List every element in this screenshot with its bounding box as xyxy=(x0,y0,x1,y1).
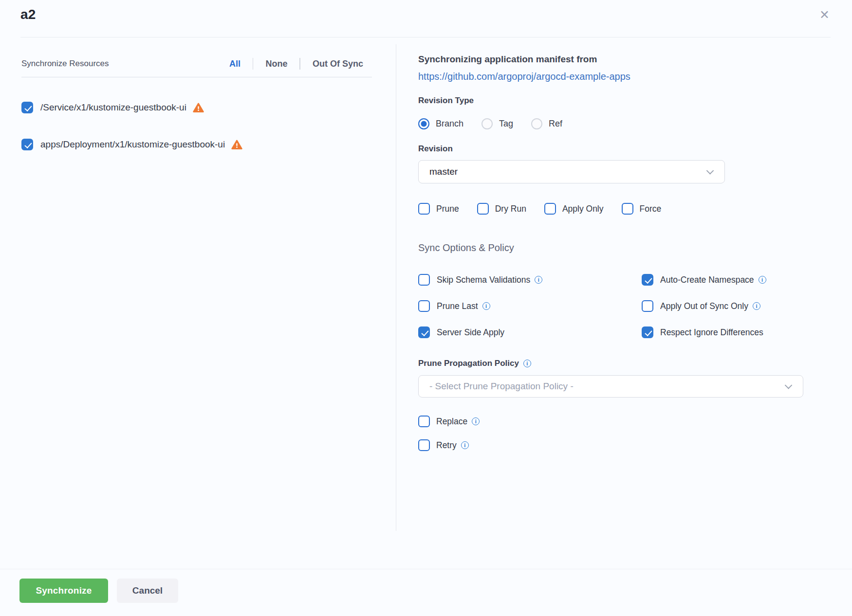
panel-content: Synchronize Resources All None Out Of Sy… xyxy=(0,37,852,569)
checkbox-label: Apply Out of Sync Only xyxy=(660,301,748,311)
revision-select[interactable]: master xyxy=(418,160,725,183)
resources-title: Synchronize Resources xyxy=(21,59,109,69)
flag-force[interactable]: Force xyxy=(622,203,662,215)
resource-checkbox[interactable] xyxy=(21,102,33,113)
info-icon[interactable]: i xyxy=(535,276,542,284)
checkbox[interactable] xyxy=(418,439,430,451)
info-icon[interactable]: i xyxy=(759,276,766,284)
filter-tab-out-of-sync[interactable]: Out Of Sync xyxy=(313,59,363,69)
checkbox-label: Auto-Create Namespace xyxy=(660,275,754,285)
option-auto-create-namespace[interactable]: Auto-Create Namespace i xyxy=(642,274,805,286)
checkbox-label: Respect Ignore Differences xyxy=(660,327,763,338)
footer-buttons: Synchronize Cancel xyxy=(19,579,852,603)
option-apply-out-of-sync-only[interactable]: Apply Out of Sync Only i xyxy=(642,300,805,312)
page-title: a2 xyxy=(20,7,36,22)
option-respect-ignore-differences[interactable]: Respect Ignore Differences xyxy=(642,326,805,338)
footer-divider xyxy=(0,569,852,569)
resource-label: apps/Deployment/x1/kustomize-guestbook-u… xyxy=(40,139,225,150)
resource-label: /Service/x1/kustomize-guestbook-ui xyxy=(40,102,186,113)
repo-link[interactable]: https://github.com/argoproj/argocd-examp… xyxy=(418,71,630,82)
sync-settings-section: Synchronizing application manifest from … xyxy=(396,37,805,569)
cancel-button[interactable]: Cancel xyxy=(117,579,178,603)
resource-row: /Service/x1/kustomize-guestbook-ui xyxy=(21,102,372,113)
radio-tag[interactable]: Tag xyxy=(482,118,513,129)
checkbox[interactable] xyxy=(642,326,653,338)
sync-options-grid: Skip Schema Validations i Auto-Create Na… xyxy=(418,274,805,338)
sync-flags-row: Prune Dry Run Apply Only Force xyxy=(418,203,805,215)
radio-circle[interactable] xyxy=(531,118,542,129)
checkbox[interactable] xyxy=(477,203,489,215)
checkbox[interactable] xyxy=(418,416,430,427)
resource-checkbox[interactable] xyxy=(21,139,33,150)
sync-options-heading: Sync Options & Policy xyxy=(418,242,805,254)
option-server-side-apply[interactable]: Server Side Apply xyxy=(418,326,642,338)
flag-dry-run[interactable]: Dry Run xyxy=(477,203,526,215)
prune-policy-placeholder: - Select Prune Propagation Policy - xyxy=(429,381,574,392)
tab-separator xyxy=(299,58,300,70)
radio-label: Branch xyxy=(436,119,463,129)
revision-label: Revision xyxy=(418,144,805,154)
info-icon[interactable]: i xyxy=(472,417,480,425)
checkbox[interactable] xyxy=(642,300,653,312)
resources-section: Synchronize Resources All None Out Of Sy… xyxy=(21,37,372,569)
revision-type-label: Revision Type xyxy=(418,96,805,106)
sync-panel: a2 ✕ Synchronize Resources All None Out … xyxy=(0,0,852,616)
flag-apply-only[interactable]: Apply Only xyxy=(544,203,604,215)
checkbox-label: Apply Only xyxy=(562,204,604,214)
revision-type-options: Branch Tag Ref xyxy=(418,118,805,129)
option-replace[interactable]: Replace i xyxy=(418,416,805,427)
info-icon[interactable]: i xyxy=(461,441,469,449)
option-prune-last[interactable]: Prune Last i xyxy=(418,300,642,312)
info-icon[interactable]: i xyxy=(482,302,490,310)
chevron-down-icon xyxy=(785,381,793,389)
resources-header: Synchronize Resources All None Out Of Sy… xyxy=(21,58,372,70)
checkbox-label: Server Side Apply xyxy=(437,327,504,338)
flag-prune[interactable]: Prune xyxy=(418,203,459,215)
filter-tab-all[interactable]: All xyxy=(229,59,241,69)
resources-divider xyxy=(21,77,372,77)
prune-policy-select[interactable]: - Select Prune Propagation Policy - xyxy=(418,375,803,398)
revision-select-value: master xyxy=(429,166,458,177)
warning-icon xyxy=(193,103,204,113)
prune-policy-label-row: Prune Propagation Policy i xyxy=(418,359,805,368)
info-icon[interactable]: i xyxy=(523,360,531,367)
checkbox[interactable] xyxy=(418,326,430,338)
option-retry[interactable]: Retry i xyxy=(418,439,805,451)
checkbox[interactable] xyxy=(418,274,430,286)
radio-label: Ref xyxy=(549,119,562,129)
radio-circle[interactable] xyxy=(418,118,429,129)
resource-row: apps/Deployment/x1/kustomize-guestbook-u… xyxy=(21,139,372,150)
checkbox[interactable] xyxy=(418,203,430,215)
close-icon[interactable]: ✕ xyxy=(819,9,830,21)
panel-footer: Synchronize Cancel xyxy=(0,569,852,603)
checkbox[interactable] xyxy=(642,274,653,286)
radio-ref[interactable]: Ref xyxy=(531,118,562,129)
checkbox-label: Prune Last xyxy=(437,301,478,311)
filter-tabs: All None Out Of Sync xyxy=(229,58,363,70)
warning-icon xyxy=(231,140,242,150)
checkbox-label: Skip Schema Validations xyxy=(437,275,530,285)
radio-branch[interactable]: Branch xyxy=(418,118,463,129)
checkbox-label: Retry xyxy=(436,440,457,451)
checkbox-label: Dry Run xyxy=(495,204,526,214)
checkbox[interactable] xyxy=(418,300,430,312)
radio-label: Tag xyxy=(499,119,513,129)
checkbox[interactable] xyxy=(544,203,556,215)
prune-policy-label: Prune Propagation Policy xyxy=(418,359,519,368)
checkbox[interactable] xyxy=(622,203,633,215)
filter-tab-none[interactable]: None xyxy=(265,59,287,69)
radio-circle[interactable] xyxy=(482,118,493,129)
panel-header: a2 ✕ xyxy=(0,0,852,37)
info-icon[interactable]: i xyxy=(753,302,760,310)
manifest-source-label: Synchronizing application manifest from xyxy=(418,54,805,65)
synchronize-button[interactable]: Synchronize xyxy=(19,579,108,603)
tab-separator xyxy=(253,58,254,70)
checkbox-label: Replace xyxy=(436,417,467,427)
checkbox-label: Prune xyxy=(436,204,459,214)
chevron-down-icon xyxy=(706,167,714,175)
checkbox-label: Force xyxy=(640,204,662,214)
option-skip-schema-validations[interactable]: Skip Schema Validations i xyxy=(418,274,642,286)
